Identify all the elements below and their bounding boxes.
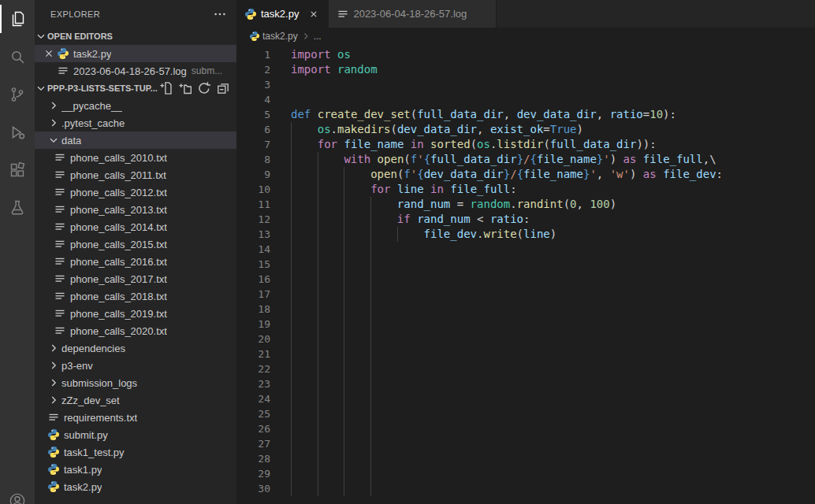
code-line[interactable]	[291, 302, 815, 317]
code-line[interactable]: import random	[291, 62, 815, 77]
indent-guide	[370, 212, 371, 227]
code-line[interactable]	[291, 376, 815, 391]
code-line[interactable]: for file_name in sorted(os.listdir(full_…	[291, 137, 815, 152]
code-line[interactable]	[291, 77, 815, 92]
code-line[interactable]: import os	[291, 47, 815, 62]
tree-file-phone_calls_2016.txt[interactable]: phone_calls_2016.txt	[35, 253, 236, 270]
code-line[interactable]: file_dev.write(line)	[291, 227, 815, 242]
tree-file-phone_calls_2013.txt[interactable]: phone_calls_2013.txt	[35, 201, 236, 218]
indent-guide	[318, 436, 318, 451]
activity-testing-button[interactable]	[0, 189, 35, 227]
code-line[interactable]	[291, 451, 815, 466]
text-icon	[54, 290, 66, 302]
code-token: )	[610, 198, 616, 210]
tree-folder-zZz_dev_set[interactable]: zZz_dev_set	[35, 391, 236, 409]
code-line[interactable]: with open(f'{full_data_dir}/{file_name}'…	[291, 152, 815, 167]
tree-file-task1_test.py[interactable]: task1_test.py	[35, 443, 236, 461]
code-token: ,	[504, 108, 517, 120]
code-line[interactable]	[291, 391, 815, 406]
new-file-icon[interactable]	[159, 81, 173, 95]
open-editor-2023-06-04-18-26-57.log[interactable]: 2023-06-04-18-26-57.logsubm...	[35, 62, 236, 80]
breadcrumb-rest[interactable]: ...	[314, 31, 322, 42]
close-icon[interactable]	[43, 47, 55, 60]
code-token: f	[404, 168, 410, 180]
code-token: file_name	[523, 168, 583, 180]
new-folder-icon[interactable]	[178, 81, 192, 95]
indent-guide	[344, 242, 344, 257]
tree-file-submit.py[interactable]: submit.py	[35, 426, 236, 443]
refresh-icon[interactable]	[197, 81, 211, 95]
activity-explorer-button[interactable]	[0, 0, 35, 38]
code-line[interactable]	[291, 332, 815, 346]
indent-guide	[291, 272, 292, 287]
code-token: for	[370, 183, 390, 195]
code-line[interactable]	[291, 92, 815, 107]
code-line[interactable]: rand_num = random.randint(0, 100)	[291, 197, 815, 212]
open-editors-section-header[interactable]: OPEN EDITORS	[35, 28, 236, 45]
code-line[interactable]	[291, 272, 815, 287]
tree-folder-__pycache__[interactable]: __pycache__	[35, 97, 236, 114]
code-token: write	[483, 228, 516, 240]
tree-folder-p3-env[interactable]: p3-env	[35, 357, 236, 374]
activity-run-debug-button[interactable]	[0, 113, 35, 151]
code-line[interactable]: for line in file_full:	[291, 182, 815, 197]
code-editor[interactable]: 1234567891011121314151617181920212223242…	[236, 45, 815, 504]
code-line[interactable]	[291, 317, 815, 332]
tree-file-phone_calls_2011.txt[interactable]: phone_calls_2011.txt	[35, 166, 236, 183]
code-line[interactable]	[291, 406, 815, 421]
activity-search-button[interactable]	[0, 38, 35, 76]
indent-guide	[291, 302, 292, 317]
open-editor-task2.py[interactable]: task2.py	[35, 45, 236, 62]
code-line[interactable]	[291, 436, 815, 451]
code-line[interactable]	[291, 361, 815, 376]
code-token: :	[716, 168, 723, 180]
tree-file-task2.py[interactable]: task2.py	[35, 478, 236, 495]
activity-account-button[interactable]	[0, 485, 35, 504]
more-actions-icon[interactable]	[213, 7, 227, 21]
tree-file-requirements.txt[interactable]: requirements.txt	[35, 409, 236, 426]
code-token: {	[417, 168, 423, 180]
explorer-sidebar: EXPLORER OPEN EDITORS task2.py2023-06-04…	[35, 0, 236, 504]
tab-task2.py[interactable]: task2.py	[236, 0, 329, 28]
code-token: (	[564, 198, 570, 210]
tab-2023-06-04-18-26-57.log[interactable]: 2023-06-04-18-26-57.log	[329, 0, 497, 28]
collapse-all-icon[interactable]	[216, 81, 230, 95]
code-line[interactable]	[291, 287, 815, 302]
code-token: 0	[570, 198, 576, 210]
code-line[interactable]: open(f'{dev_data_dir}/{file_name}', 'w')…	[291, 167, 815, 182]
code-line[interactable]: if rand_num < ratio:	[291, 212, 815, 227]
tree-file-phone_calls_2019.txt[interactable]: phone_calls_2019.txt	[35, 305, 236, 322]
code-line[interactable]	[291, 257, 815, 272]
indent-guide	[370, 227, 371, 242]
activity-extensions-button[interactable]	[0, 151, 35, 189]
code-token	[291, 168, 370, 180]
tree-file-phone_calls_2014.txt[interactable]: phone_calls_2014.txt	[35, 218, 236, 235]
code-line[interactable]: os.makedirs(dev_data_dir, exist_ok=True)	[291, 122, 815, 137]
tree-folder-submission_logs[interactable]: submission_logs	[35, 374, 236, 391]
tree-folder-.pytest_cache[interactable]: .pytest_cache	[35, 114, 236, 132]
indent-guide	[370, 481, 371, 496]
code-line[interactable]	[291, 242, 815, 257]
tree-file-phone_calls_2020.txt[interactable]: phone_calls_2020.txt	[35, 322, 236, 339]
open-editors-label: OPEN EDITORS	[47, 32, 113, 41]
breadcrumb-file[interactable]: task2.py	[262, 31, 298, 42]
tree-folder-dependencies[interactable]: dependencies	[35, 339, 236, 357]
tree-file-phone_calls_2017.txt[interactable]: phone_calls_2017.txt	[35, 270, 236, 287]
tree-file-task1.py[interactable]: task1.py	[35, 461, 236, 478]
tree-folder-data[interactable]: data	[35, 132, 236, 149]
code-line[interactable]	[291, 466, 815, 481]
code-area[interactable]: import osimport randomdef create_dev_set…	[291, 47, 815, 504]
code-line[interactable]	[291, 481, 815, 496]
close-icon[interactable]	[306, 6, 322, 22]
code-line[interactable]	[291, 421, 815, 436]
tree-file-phone_calls_2010.txt[interactable]: phone_calls_2010.txt	[35, 149, 236, 166]
workspace-section-header[interactable]: PPP-P3-LISTS-SETS-TUP...	[35, 80, 236, 97]
code-line[interactable]	[291, 346, 815, 361]
tree-file-phone_calls_2015.txt[interactable]: phone_calls_2015.txt	[35, 235, 236, 253]
code-token: os	[337, 48, 351, 61]
tree-file-phone_calls_2012.txt[interactable]: phone_calls_2012.txt	[35, 183, 236, 201]
activity-source-control-button[interactable]	[0, 76, 35, 113]
code-line[interactable]: def create_dev_set(full_data_dir, dev_da…	[291, 107, 815, 122]
code-token: f	[411, 153, 417, 165]
tree-file-phone_calls_2018.txt[interactable]: phone_calls_2018.txt	[35, 287, 236, 305]
